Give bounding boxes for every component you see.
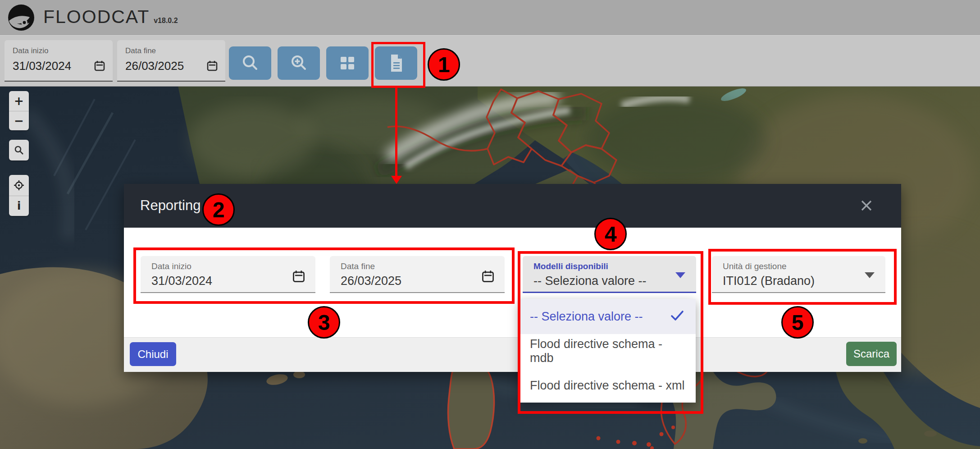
search-icon	[14, 145, 24, 155]
models-select-value: -- Seleziona valore --	[533, 274, 647, 288]
dropdown-option-label: Flood directive schema - xml	[530, 379, 685, 393]
models-select-label: Modelli disponibili	[533, 261, 608, 271]
management-unit-value: ITI012 (Bradano)	[723, 274, 815, 288]
check-icon	[670, 310, 684, 325]
search-icon	[241, 54, 260, 73]
dialog-start-date-value: 31/03/2024	[151, 274, 212, 288]
management-unit-select[interactable]: Unità di gestione ITI012 (Bradano)	[712, 256, 885, 293]
annotation-arrow	[395, 86, 397, 177]
close-icon	[859, 198, 874, 213]
download-button[interactable]: Scarica	[846, 342, 897, 366]
map-zoom-out-button[interactable]: −	[9, 111, 29, 130]
floodcat-app: + − i FLOODCAT	[0, 0, 980, 449]
app-header: FLOODCAT v18.0.2	[0, 0, 980, 35]
dialog-start-date-label: Data inizio	[151, 261, 191, 271]
chevron-down-icon	[675, 272, 685, 278]
dropdown-option-placeholder[interactable]: -- Seleziona valore --	[519, 299, 696, 334]
dialog-end-date-label: Data fine	[341, 261, 375, 271]
start-date-value: 31/03/2024	[13, 59, 71, 73]
reporting-dialog-footer	[124, 337, 901, 372]
annotation-arrow-head	[391, 176, 402, 184]
calendar-icon[interactable]	[94, 60, 105, 73]
models-select[interactable]: Modelli disponibili -- Seleziona valore …	[523, 256, 696, 293]
map-zoom-controls: + −	[9, 91, 29, 130]
dialog-title: Reporting	[140, 197, 201, 214]
end-date-value: 26/03/2025	[125, 59, 184, 73]
calendar-icon[interactable]	[481, 270, 495, 285]
start-date-label: Data inizio	[13, 46, 48, 55]
toolbar-start-date-field[interactable]: Data inizio 31/03/2024	[5, 40, 113, 82]
app-version: v18.0.2	[154, 17, 178, 25]
results-grid-button[interactable]	[326, 46, 369, 80]
zoom-in-icon	[289, 54, 308, 73]
chevron-down-icon	[865, 272, 875, 278]
main-toolbar: Data inizio 31/03/2024 Data fine 26/03/2…	[0, 35, 980, 87]
map-info-button[interactable]: i	[9, 196, 29, 216]
close-dialog-button[interactable]: Chiudi	[130, 342, 176, 366]
search-button[interactable]	[229, 46, 271, 80]
dialog-end-date-value: 26/03/2025	[341, 274, 401, 288]
map-zoom-in-button[interactable]: +	[9, 91, 29, 111]
management-unit-label: Unità di gestione	[723, 261, 787, 271]
zoom-search-button[interactable]	[278, 46, 320, 80]
dropdown-option-xml[interactable]: Flood directive schema - xml	[519, 368, 696, 403]
toolbar-end-date-field[interactable]: Data fine 26/03/2025	[117, 40, 225, 82]
dropdown-option-mdb[interactable]: Flood directive schema - mdb	[519, 334, 696, 368]
calendar-icon[interactable]	[292, 270, 305, 285]
dialog-close-button[interactable]	[857, 197, 876, 215]
reporting-dialog: Reporting Data inizio 31/03/2024 Data fi…	[124, 184, 901, 372]
reporting-dialog-header: Reporting	[124, 184, 901, 228]
dropdown-option-label: -- Seleziona valore --	[530, 310, 643, 324]
reporting-button[interactable]	[375, 46, 417, 80]
map-locate-button[interactable]	[9, 175, 29, 196]
grid-icon	[338, 54, 356, 72]
locate-target-icon	[14, 180, 24, 191]
calendar-icon[interactable]	[206, 60, 218, 73]
dropdown-option-label: Flood directive schema - mdb	[530, 337, 685, 365]
end-date-label: Data fine	[125, 46, 156, 55]
dialog-end-date-field[interactable]: Data fine 26/03/2025	[330, 256, 505, 293]
floodcat-logo	[7, 4, 35, 32]
brand: FLOODCAT v18.0.2	[43, 6, 178, 27]
app-title: FLOODCAT	[43, 6, 150, 27]
map-search-button[interactable]	[9, 140, 29, 160]
document-icon	[387, 53, 405, 73]
dialog-start-date-field[interactable]: Data inizio 31/03/2024	[141, 256, 315, 293]
map-utility-controls: i	[9, 175, 29, 216]
models-dropdown-menu: -- Seleziona valore -- Flood directive s…	[519, 299, 696, 403]
